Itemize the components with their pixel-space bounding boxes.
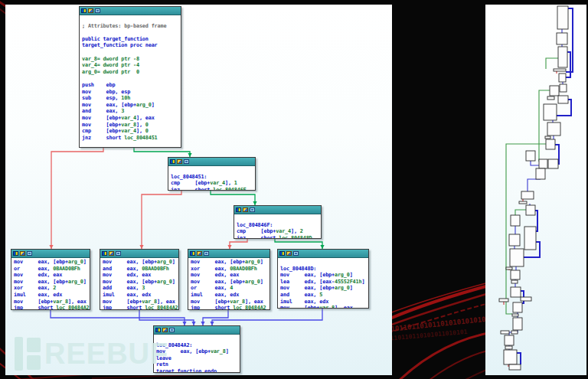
- node-color-icon[interactable]: [13, 251, 18, 256]
- node-screenshot-icon[interactable]: [95, 8, 100, 13]
- node-disassembly-text: loc_804848D:mov eax, [ebp+arg_0]lea edx,…: [278, 258, 368, 309]
- node-title-bar[interactable]: [234, 206, 321, 214]
- node-disassembly-text: mov eax, [ebp+arg_0]xor eax, 0BAAD0BFhmo…: [188, 258, 270, 310]
- node-disassembly-text: loc_8048451:cmp [ebp+var_4], 1jnz short …: [168, 166, 255, 191]
- graph-node-loc_80484A2[interactable]: loc_80484A2:mov eax, [ebp+var_8]leaveret…: [153, 325, 240, 373]
- node-screenshot-icon[interactable]: [293, 251, 299, 256]
- node-disassembly-text: mov eax, [ebp+arg_0]or eax, 0BAAD0BFhmov…: [11, 258, 90, 310]
- graph-node-case1[interactable]: mov eax, [ebp+arg_0]and eax, 0BAAD0BFhmo…: [100, 249, 179, 310]
- node-disassembly-text: loc_804846F:cmp [ebp+var_4], 2jnz short …: [234, 214, 321, 239]
- node-screenshot-icon[interactable]: [169, 328, 175, 332]
- graph-overview: [485, 5, 586, 375]
- freebuf-watermark: REEBUF: [15, 337, 168, 371]
- freebuf-logo-icon: [15, 337, 23, 371]
- node-color-icon[interactable]: [190, 251, 195, 256]
- node-title-bar[interactable]: [278, 250, 368, 258]
- node-title-bar[interactable]: [188, 250, 270, 258]
- node-color-icon[interactable]: [81, 8, 87, 13]
- graph-node-case0[interactable]: mov eax, [ebp+arg_0]or eax, 0BAAD0BFhmov…: [11, 249, 90, 310]
- node-color-icon[interactable]: [102, 251, 107, 256]
- node-disassembly-text: mov eax, [ebp+arg_0]and eax, 0BAAD0BFhmo…: [100, 258, 178, 310]
- node-screenshot-icon[interactable]: [184, 159, 189, 164]
- node-title-bar[interactable]: [11, 250, 90, 258]
- graph-overview-panel[interactable]: [485, 5, 586, 375]
- node-screenshot-icon[interactable]: [27, 251, 32, 256]
- node-edit-icon[interactable]: [243, 207, 248, 212]
- node-edit-icon[interactable]: [162, 328, 168, 332]
- node-title-bar[interactable]: [168, 158, 255, 166]
- screenshot-root: { "app": { "name": "IDA graph view", "fu…: [0, 0, 588, 379]
- node-edit-icon[interactable]: [177, 159, 182, 164]
- graph-node-entry[interactable]: ; Attributes: bp-based frame public targ…: [79, 6, 181, 148]
- watermark-text: REEBUF: [44, 337, 168, 371]
- graph-node-case2[interactable]: mov eax, [ebp+arg_0]xor eax, 0BAAD0BFhmo…: [188, 249, 270, 310]
- node-color-icon[interactable]: [170, 159, 175, 164]
- disassembly-graph-view[interactable]: ; Attributes: bp-based frame public targ…: [5, 5, 392, 375]
- node-edit-icon[interactable]: [197, 251, 202, 256]
- graph-node-loc_8048451[interactable]: loc_8048451:cmp [ebp+var_4], 1jnz short …: [168, 157, 256, 191]
- node-disassembly-text: loc_80484A2:mov eax, [ebp+var_8]leaveret…: [154, 335, 240, 373]
- node-screenshot-icon[interactable]: [250, 207, 255, 212]
- graph-node-loc_804846F[interactable]: loc_804846F:cmp [ebp+var_4], 2jnz short …: [234, 205, 322, 239]
- freebuf-logo-icon: [27, 338, 41, 370]
- node-edit-icon[interactable]: [20, 251, 25, 256]
- node-edit-icon[interactable]: [88, 8, 93, 13]
- node-color-icon[interactable]: [236, 207, 241, 212]
- graph-node-loc_804848D[interactable]: loc_804848D:mov eax, [ebp+arg_0]lea edx,…: [277, 249, 369, 309]
- node-screenshot-icon[interactable]: [204, 251, 209, 256]
- node-title-bar[interactable]: [80, 7, 181, 15]
- node-title-bar[interactable]: [100, 250, 178, 258]
- node-color-icon[interactable]: [279, 251, 285, 256]
- node-edit-icon[interactable]: [109, 251, 114, 256]
- node-color-icon[interactable]: [155, 328, 161, 332]
- node-title-bar[interactable]: [154, 326, 240, 335]
- node-edit-icon[interactable]: [286, 251, 292, 256]
- node-disassembly-text: ; Attributes: bp-based frame public targ…: [80, 15, 181, 142]
- node-screenshot-icon[interactable]: [116, 251, 121, 256]
